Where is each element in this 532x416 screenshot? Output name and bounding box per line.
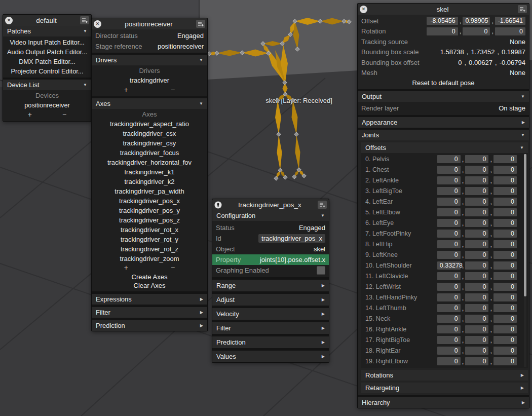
joint-offset-x-field[interactable]: 0.33278 [437, 261, 461, 270]
section-header-patches[interactable]: Patches ▼ [3, 26, 91, 36]
axis-item[interactable]: trackingdriver_pos_y [92, 206, 207, 215]
joint-offset-x-field[interactable]: 0 [437, 176, 461, 184]
joint-offset-x-field[interactable]: 0 [437, 357, 461, 365]
collapsed-section-header[interactable]: Range ▶ [212, 280, 329, 291]
joint-offset-x-field[interactable]: 0 [437, 198, 461, 206]
patch-editor-item[interactable]: DMX Patch Editor... [3, 57, 91, 66]
offsets-scrollbar[interactable] [524, 154, 526, 367]
joint-offset-z-field[interactable]: 0 [493, 240, 517, 248]
joint-offset-y-field[interactable]: 0 [465, 166, 488, 174]
joint-offset-z-field[interactable]: 0 [493, 230, 517, 238]
axis-item[interactable]: trackingdriver_csx [92, 129, 207, 138]
joint-offset-y-field[interactable]: 0 [465, 347, 488, 355]
graphing-enabled-checkbox[interactable] [317, 266, 325, 275]
joint-offset-y-field[interactable]: 0 [465, 198, 488, 206]
property-row-highlighted[interactable]: Property joints[10].pose.offset.x [212, 254, 329, 265]
joint-offset-y-field[interactable]: 0 [465, 176, 488, 184]
section-header-rotations[interactable]: Rotations ▶ [361, 370, 528, 381]
offsets-scrollbar-thumb[interactable] [524, 154, 526, 296]
section-header-output[interactable]: Output ▼ [358, 91, 529, 102]
joint-offset-z-field[interactable]: 0 [493, 208, 517, 216]
clear-axes-button[interactable]: Clear Axes [92, 281, 207, 290]
joint-offset-x-field[interactable]: 0 [437, 251, 461, 259]
joint-offset-x-field[interactable]: 0 [437, 230, 461, 238]
stage-reference-value[interactable]: positionreceiver [158, 43, 204, 50]
joint-offset-x-field[interactable]: 0 [437, 325, 461, 333]
section-header-appearance[interactable]: Appearance ▶ [358, 117, 529, 128]
collapsed-section-header[interactable]: Filter ▶ [92, 307, 207, 318]
offset-x-field[interactable]: -8.05456 [427, 17, 458, 25]
remove-driver-button[interactable]: − [171, 86, 175, 94]
joint-offset-x-field[interactable]: 0 [437, 155, 461, 163]
joint-offset-y-field[interactable]: 0 [465, 219, 488, 227]
id-field[interactable]: trackingdriver_pos_x [258, 234, 325, 243]
section-header-joints[interactable]: Joints ▼ [358, 130, 529, 140]
joint-offset-z-field[interactable]: 0 [493, 336, 517, 344]
joint-offset-x-field[interactable]: 0 [437, 272, 461, 280]
joint-offset-x-field[interactable]: 0 [437, 315, 461, 323]
joint-offset-z-field[interactable]: 0 [493, 293, 517, 301]
joint-offset-y-field[interactable]: 0 [465, 293, 488, 301]
joint-offset-z-field[interactable]: 0 [493, 155, 517, 163]
section-header-device-list[interactable]: Device List ▼ [3, 80, 91, 90]
remove-device-button[interactable]: − [62, 110, 66, 119]
section-header-drivers[interactable]: Drivers ▼ [92, 55, 207, 65]
collapsed-section-header[interactable]: Prediction ▶ [212, 336, 329, 348]
property-value[interactable]: joints[10].pose.offset.x [260, 256, 325, 263]
axis-item[interactable]: trackingdriver_pos_x [92, 196, 207, 206]
joint-offset-z-field[interactable]: 0 [493, 187, 517, 195]
joint-offset-x-field[interactable]: 0 [437, 336, 461, 344]
section-header-axes[interactable]: Axes ▼ [92, 98, 207, 109]
axis-item[interactable]: trackingdriver_rot_z [92, 244, 207, 254]
joint-offset-y-field[interactable]: 0 [465, 155, 488, 163]
patch-editor-item[interactable]: Audio Output Patch Editor... [3, 47, 91, 57]
panel-trackingdriver-pos-x-header[interactable]: trackingdriver_pos_x [212, 199, 329, 210]
device-item[interactable]: positionreceiver [3, 100, 91, 110]
mesh-value[interactable]: None [510, 69, 525, 77]
panel-default-header[interactable]: ✕ default [3, 15, 91, 26]
axis-item[interactable]: trackingdriver_focus [92, 148, 207, 158]
joint-offset-y-field[interactable]: 0 [465, 315, 488, 323]
offset-y-field[interactable]: 0.98905 [463, 17, 490, 25]
joint-offset-x-field[interactable]: 0 [437, 240, 461, 248]
collapsed-section-header[interactable]: Adjust ▶ [212, 294, 329, 306]
joint-offset-x-field[interactable]: 0 [437, 208, 461, 216]
offset-z-field[interactable]: -1.66541 [495, 17, 525, 25]
joint-offset-y-field[interactable]: 0 [465, 261, 488, 270]
joint-offset-y-field[interactable]: 0 [465, 230, 488, 238]
axis-item[interactable]: trackingdriver_k1 [92, 167, 207, 177]
patch-editor-item[interactable]: Video Input Patch Editor... [3, 37, 91, 47]
joint-offset-y-field[interactable]: 0 [465, 272, 488, 280]
create-axes-button[interactable]: Create Axes [92, 273, 207, 281]
remove-axis-button[interactable]: − [171, 263, 175, 272]
section-header-offsets[interactable]: Offsets ▼ [361, 142, 528, 153]
joint-offset-y-field[interactable]: 0 [465, 283, 488, 291]
joint-offset-y-field[interactable]: 0 [465, 240, 488, 248]
joint-offset-x-field[interactable]: 0 [437, 283, 461, 291]
add-driver-button[interactable]: + [124, 86, 128, 94]
section-header-retargeting[interactable]: Retargeting ▶ [361, 383, 528, 393]
joint-offset-x-field[interactable]: 0 [437, 219, 461, 227]
axis-item[interactable]: trackingdriver_pos_z [92, 215, 207, 225]
section-header-hierarchy[interactable]: Hierarchy ▶ [358, 397, 529, 408]
joint-offset-z-field[interactable]: 0 [493, 357, 517, 365]
collapsed-section-header[interactable]: Prediction ▶ [92, 320, 207, 331]
collapsed-section-header[interactable]: Filter ▶ [212, 322, 329, 334]
axis-item[interactable]: trackingdriver_pa_width [92, 186, 207, 196]
joint-offset-x-field[interactable]: 0 [437, 166, 461, 174]
joint-offset-z-field[interactable]: 0 [493, 347, 517, 355]
axis-item[interactable]: trackingdriver_horizontal_fov [92, 158, 207, 167]
object-value[interactable]: skel [314, 245, 325, 253]
joint-offset-x-field[interactable]: 0 [437, 304, 461, 312]
joint-offset-y-field[interactable]: 0 [465, 251, 488, 259]
tracking-source-value[interactable]: None [510, 38, 525, 46]
joint-offset-z-field[interactable]: 0 [493, 283, 517, 291]
joint-offset-z-field[interactable]: 0 [493, 166, 517, 174]
joint-offset-y-field[interactable]: 0 [465, 187, 488, 195]
axis-item[interactable]: trackingdriver_zoom [92, 254, 207, 263]
joint-offset-y-field[interactable]: 0 [465, 336, 488, 344]
joint-offset-z-field[interactable]: 0 [493, 315, 517, 323]
edit-notes-icon[interactable] [518, 5, 527, 13]
joint-offset-z-field[interactable]: 0 [493, 304, 517, 312]
joint-offset-z-field[interactable]: 0 [493, 176, 517, 184]
